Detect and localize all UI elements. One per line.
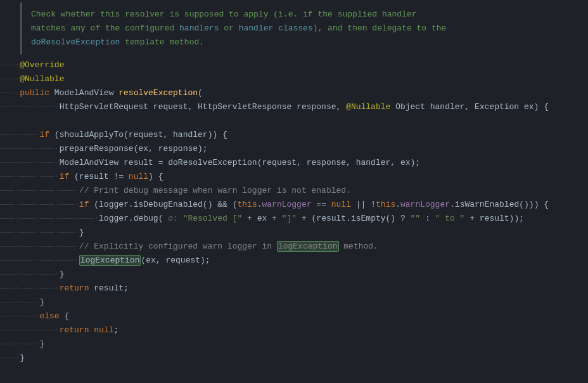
comment: // Explicitly configured warn logger in <box>79 242 277 251</box>
doc-link-handlers[interactable]: handlers <box>179 23 219 33</box>
string-literal: "]" <box>282 214 297 223</box>
kw-null: null <box>331 200 351 209</box>
method-name: resolveException <box>118 88 198 98</box>
code-line[interactable]: ———·———·———·———·———·logger.debug( o: "Re… <box>0 212 588 226</box>
code-line[interactable]: ———·public ModelAndView resolveException… <box>0 86 588 100</box>
code-line[interactable]: ———·———·———·} <box>0 268 588 282</box>
code-line[interactable]: ———·———·———·ModelAndView result = doReso… <box>0 156 588 170</box>
code-line[interactable]: ———·———·} <box>0 337 588 351</box>
string-literal: "" <box>411 214 421 223</box>
string-literal: " to " <box>435 214 465 223</box>
code-line[interactable]: ———·———·———·if (result != null) { <box>0 170 588 184</box>
annotation-override: @Override <box>20 60 64 70</box>
kw-null: null <box>129 172 148 181</box>
doc-link-handler-classes[interactable]: handler classes <box>239 23 313 33</box>
identifier-highlight: logException <box>277 241 339 252</box>
code-line[interactable]: ———·———·if (shouldApplyTo(request, handl… <box>0 128 588 142</box>
comment: // Print debug message when warn logger … <box>79 186 351 195</box>
doc-line-1: Check whether this resolver is supposed … <box>31 10 417 19</box>
code-line[interactable]: ———·———·———·———·// Explicitly configured… <box>0 240 588 254</box>
annotation-nullable: @Nullable <box>20 74 64 84</box>
code-line[interactable]: ———·———·} <box>0 295 588 309</box>
code-line[interactable]: ———·———·———·———·if (logger.isDebugEnable… <box>0 198 588 212</box>
field-warnlogger: warnLogger <box>400 200 450 209</box>
kw-if: if <box>60 172 74 181</box>
code-line[interactable]: ———·———·———·———·} <box>0 226 588 240</box>
kw-null: null <box>94 325 113 335</box>
code-line[interactable]: ———·@Nullable <box>0 72 588 86</box>
code-line[interactable]: ———·———·———·———·logException(ex, request… <box>0 254 588 268</box>
kw-public: public <box>20 88 54 98</box>
code-line[interactable]: ———·———·———·———·// Print debug message w… <box>0 184 588 198</box>
kw-if: if <box>39 130 54 140</box>
annotation-nullable-param: @Nullable <box>346 102 390 112</box>
code-line[interactable]: ———·———·———·return result; <box>0 282 588 295</box>
return-type: ModelAndView <box>54 88 118 98</box>
kw-return: return <box>60 283 94 293</box>
identifier-highlight: logException <box>79 255 141 266</box>
field-warnlogger: warnLogger <box>262 200 312 209</box>
code-line[interactable] <box>0 114 588 128</box>
code-line[interactable]: ———·———·———·HttpServletRequest request, … <box>0 100 588 114</box>
code-editor[interactable]: ———·@Override ———·@Nullable ———·public M… <box>0 58 588 365</box>
doc-line-2e: ), and then delegate to the <box>313 23 447 33</box>
kw-return: return <box>60 325 94 335</box>
kw-else: else <box>39 311 64 321</box>
doc-line-2a: matches any of the configured <box>31 23 179 33</box>
string-literal: "Resolved [" <box>183 214 243 223</box>
code-line[interactable]: ———·———·———·return null; <box>0 323 588 337</box>
javadoc-block: Check whether this resolver is supposed … <box>20 3 588 55</box>
kw-this: this <box>237 200 257 209</box>
kw-if: if <box>79 200 94 209</box>
doc-line-3b: template method. <box>120 37 204 47</box>
code-line[interactable]: ———·@Override <box>0 58 588 72</box>
kw-this: this <box>376 200 395 209</box>
code-line[interactable]: ———·———·else { <box>0 309 588 323</box>
doc-link-doresolve[interactable]: doResolveException <box>31 37 120 47</box>
doc-line-2c: or <box>219 23 238 33</box>
code-line[interactable]: ———·} <box>0 351 588 365</box>
code-line[interactable]: ———·———·———·prepareResponse(ex, response… <box>0 142 588 156</box>
parameter-hint: o: <box>163 214 182 223</box>
